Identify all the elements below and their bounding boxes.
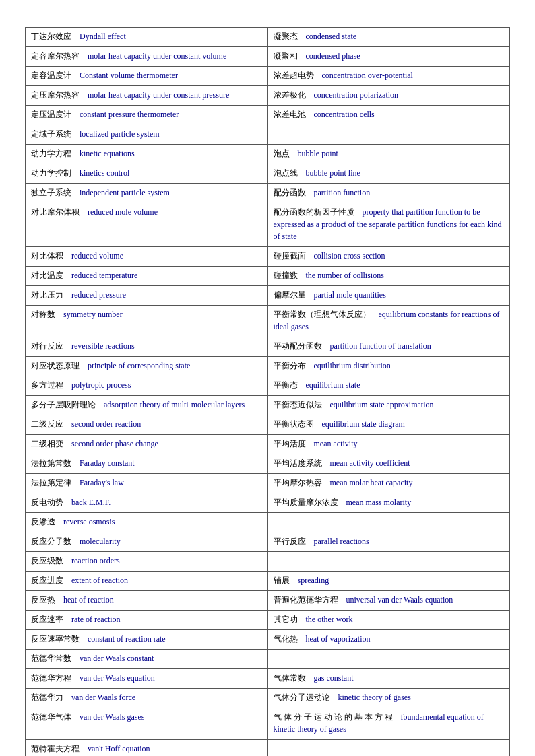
left-cell: 法拉第常数 Faraday constant: [26, 454, 268, 474]
list-item: 平衡态 equilibrium state: [274, 379, 505, 391]
list-item: 范德华方程 van der Waals equation: [31, 672, 262, 684]
zh-term: 泡点: [274, 149, 298, 158]
zh-term: 法拉第常数: [31, 458, 80, 468]
zh-term: 多分子层吸附理论: [31, 400, 104, 409]
list-item: 反应级数 reaction orders: [31, 555, 262, 567]
en-term: gas constant: [314, 673, 354, 683]
en-term: concentration cells: [314, 110, 375, 119]
list-item: 法拉第定律 Faraday's law: [31, 477, 262, 489]
zh-term: 反应分子数: [31, 537, 80, 546]
left-cell: 独立子系统 independent particle system: [26, 184, 268, 203]
en-term: localized particle system: [80, 129, 160, 139]
left-cell: 范德华常数 van der Waals constant: [26, 650, 268, 669]
en-term: reduced temperature: [71, 271, 137, 280]
en-term: Constant volume thermometer: [80, 71, 178, 80]
zh-term: 范德华常数: [31, 654, 80, 663]
en-term: reduced volume: [71, 251, 123, 261]
zh-term: 浓差超电势: [274, 71, 322, 80]
list-item: 平均活度系统 mean activity coefficient: [274, 457, 505, 469]
list-item: 气化热 heat of vaporization: [274, 633, 505, 645]
en-term: Dyndall effect: [80, 32, 126, 41]
zh-term: 反应速率常数: [31, 634, 88, 644]
zh-term: 对比温度: [31, 271, 71, 280]
zh-term: 法拉第定律: [31, 478, 80, 487]
en-term: spreading: [298, 576, 329, 585]
list-item: 范特霍夫方程 van't Hoff equation: [31, 743, 262, 755]
list-item: 对比体积 reduced volume: [31, 250, 262, 262]
zh-term: 气 体 分 子 运 动 论 的 基 本 方 程: [274, 712, 401, 722]
en-term: parallel reactions: [314, 537, 369, 546]
list-item: 平动配分函数 partition function of translation: [274, 340, 505, 352]
list-item: 平均摩尔热容 mean molar heat capacity: [274, 477, 505, 489]
zh-term: 反应热: [31, 595, 63, 605]
zh-term: 对行反应: [31, 341, 71, 351]
list-item: 动力学方程 kinetic equations: [31, 147, 262, 160]
list-item: 反应分子数 molecularity: [31, 535, 262, 547]
left-cell: 法拉第定律 Faraday's law: [26, 474, 268, 493]
en-term: universal van der Waals equation: [346, 595, 453, 605]
left-cell: 定压温度计 constant pressure thermometer: [26, 106, 268, 125]
en-term: reaction orders: [71, 556, 120, 565]
list-item: 平衡常数（理想气体反应） equilibrium constants for r…: [274, 308, 505, 333]
zh-term: 普遍化范德华方程: [274, 595, 346, 605]
zh-term: 对应状态原理: [31, 361, 88, 370]
en-term: reversible reactions: [71, 341, 135, 351]
zh-term: 对比压力: [31, 290, 71, 300]
en-term: kinetic theory of gases: [338, 693, 411, 702]
left-cell: 动力学方程 kinetic equations: [26, 145, 268, 164]
list-item: 泡点 bubble point: [274, 147, 505, 160]
en-term: reduced pressure: [71, 290, 126, 300]
en-term: rate of reaction: [71, 615, 121, 624]
list-item: 平均质量摩尔浓度 mean mass molarity: [274, 496, 505, 508]
list-item: 浓差电池 concentration cells: [274, 108, 505, 121]
zh-term: 丁达尔效应: [31, 32, 80, 41]
zh-term: 平衡态近似法: [274, 400, 330, 409]
zh-term: 范德华气体: [31, 712, 80, 722]
left-cell: 动力学控制 kinetics control: [26, 164, 268, 184]
en-term: kinetics control: [80, 168, 129, 178]
left-cell: 反应速率常数 constant of reaction rate: [26, 630, 268, 650]
list-item: 平均活度 mean activity: [274, 438, 505, 450]
left-cell: 对比体积 reduced volume: [26, 247, 268, 267]
zh-term: 平行反应: [274, 537, 314, 546]
en-term: molar heat capacity under constant press…: [88, 90, 229, 100]
zh-term: 范特霍夫方程: [31, 744, 88, 753]
en-term: kinetic equations: [80, 149, 135, 158]
list-item: 对比温度 reduced temperature: [31, 269, 262, 281]
zh-term: 偏摩尔量: [274, 290, 314, 300]
list-item: 丁达尔效应 Dyndall effect: [31, 30, 262, 42]
right-cell: 平均活度 mean activity: [268, 435, 510, 454]
list-item: 平衡状态图 equilibrium state diagram: [274, 418, 505, 430]
list-item: 范德华气体 van der Waals gases: [31, 711, 262, 723]
zh-term: 凝聚态: [274, 32, 306, 41]
en-term: mean activity coefficient: [330, 458, 410, 468]
en-term: the other work: [306, 615, 353, 624]
left-cell: 二级反应 second order reaction: [26, 415, 268, 435]
en-term: second order reaction: [71, 419, 141, 429]
list-item: 范德华力 van der Waals force: [31, 691, 262, 703]
left-cell: 范特霍夫方程 van't Hoff equation: [26, 740, 268, 757]
right-cell: [268, 125, 510, 145]
right-cell: 平衡分布 equilibrium distribution: [268, 357, 510, 376]
zh-term: 其它功: [274, 615, 306, 624]
list-item: 普遍化范德华方程 universal van der Waals equatio…: [274, 594, 505, 606]
left-cell: 反应热 heat of reaction: [26, 591, 268, 611]
left-cell: 对行反应 reversible reactions: [26, 337, 268, 357]
zh-term: 浓差电池: [274, 110, 314, 119]
en-term: bubble point line: [306, 168, 360, 178]
zh-term: 平衡状态图: [274, 419, 322, 429]
en-term: equilibrium state approximation: [330, 400, 434, 409]
zh-term: 反应速率: [31, 615, 71, 624]
right-cell: 气体常数 gas constant: [268, 669, 510, 689]
zh-term: 平均活度: [274, 439, 314, 448]
left-cell: 反应级数 reaction orders: [26, 552, 268, 572]
left-cell: 对称数 symmetry number: [26, 306, 268, 337]
zh-term: 对称数: [31, 310, 63, 319]
list-item: 泡点线 bubble point line: [274, 167, 505, 179]
en-term: van't Hoff equation: [88, 744, 150, 753]
right-cell: 泡点 bubble point: [268, 145, 510, 164]
left-cell: 定容摩尔热容 molar heat capacity under constan…: [26, 47, 268, 67]
right-cell: [268, 650, 510, 669]
left-cell: 范德华方程 van der Waals equation: [26, 669, 268, 689]
en-term: back E.M.F.: [71, 497, 111, 507]
